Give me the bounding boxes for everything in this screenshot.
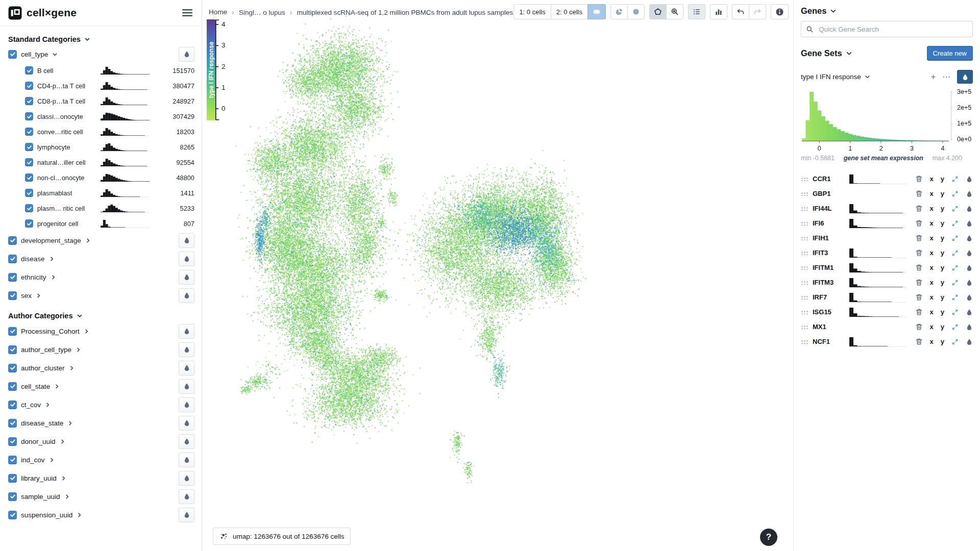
value-checkbox[interactable] xyxy=(25,204,33,212)
cell-type-value-row[interactable]: plasmablast 1411 xyxy=(8,185,194,201)
plot-on-x-button[interactable]: x xyxy=(930,249,934,256)
category-checkbox[interactable] xyxy=(8,327,17,336)
cell-type-value-row[interactable]: non-cl…onocyte 48800 xyxy=(8,170,194,185)
drag-handle-icon[interactable] xyxy=(801,266,808,270)
category-row[interactable]: suspension_uuid xyxy=(8,506,194,524)
category-checkbox[interactable] xyxy=(8,255,17,263)
color-by-gene-button[interactable] xyxy=(966,264,973,271)
category-row[interactable]: disease xyxy=(8,249,194,268)
color-by-category-button[interactable] xyxy=(179,361,194,375)
color-by-gene-button[interactable] xyxy=(966,309,973,316)
plot-on-y-button[interactable]: y xyxy=(941,235,944,241)
subset-to-selection-button[interactable] xyxy=(610,4,628,19)
help-button[interactable]: ? xyxy=(760,529,777,546)
delete-gene-button[interactable] xyxy=(915,205,923,212)
gene-row[interactable]: GBP1 x y xyxy=(801,186,973,201)
color-by-category-button[interactable] xyxy=(179,379,194,394)
color-by-category-button[interactable] xyxy=(179,508,194,522)
value-checkbox[interactable] xyxy=(25,173,33,182)
category-checkbox[interactable] xyxy=(8,382,17,391)
genes-header[interactable]: Genes xyxy=(801,6,973,16)
value-checkbox[interactable] xyxy=(25,82,33,90)
gene-name[interactable]: IFITM3 xyxy=(813,279,845,286)
category-checkbox[interactable] xyxy=(8,492,17,501)
plot-on-x-button[interactable]: x xyxy=(930,338,934,345)
color-by-category-button[interactable] xyxy=(179,288,194,303)
value-checkbox[interactable] xyxy=(25,97,33,105)
value-checkbox[interactable] xyxy=(25,158,33,166)
category-cell-type[interactable]: cell_type xyxy=(8,45,194,63)
category-checkbox[interactable] xyxy=(8,511,17,519)
gene-row[interactable]: IFITM1 x y xyxy=(801,260,973,275)
plot-on-y-button[interactable]: y xyxy=(941,176,944,182)
category-checkbox[interactable] xyxy=(8,236,17,245)
gene-name[interactable]: IFITM1 xyxy=(813,264,845,271)
delete-gene-button[interactable] xyxy=(915,234,923,242)
plot-on-x-button[interactable]: x xyxy=(930,294,934,300)
category-checkbox[interactable] xyxy=(8,474,17,483)
gene-name[interactable]: CCR1 xyxy=(813,175,845,183)
lasso-selection-button[interactable] xyxy=(649,4,667,19)
reset-subset-button[interactable] xyxy=(627,4,645,19)
gene-row[interactable]: IFIH1 x y xyxy=(801,231,973,245)
category-row[interactable]: Processing_Cohort xyxy=(8,322,194,340)
drag-handle-icon[interactable] xyxy=(801,340,808,344)
drag-handle-icon[interactable] xyxy=(801,295,808,299)
cell-type-value-row[interactable]: B cell 151570 xyxy=(8,63,194,78)
category-row[interactable]: disease_state xyxy=(8,414,194,432)
gene-set-histogram[interactable]: 3e+5 2e+5 1e+5 0e+0 01234 min -0.5681 ge… xyxy=(801,88,973,165)
gene-name[interactable]: IFI44L xyxy=(813,205,845,212)
category-row[interactable]: author_cluster xyxy=(8,359,194,377)
category-row[interactable]: cell_state xyxy=(8,377,194,395)
gene-name[interactable]: ISG15 xyxy=(813,308,845,316)
drag-handle-icon[interactable] xyxy=(801,236,808,240)
umap-scatterplot[interactable] xyxy=(203,0,793,551)
category-checkbox[interactable] xyxy=(8,345,17,354)
category-checkbox[interactable] xyxy=(8,419,17,428)
plot-on-x-button[interactable]: x xyxy=(930,323,934,330)
color-by-gene-button[interactable] xyxy=(966,294,973,301)
gene-name[interactable]: IFIH1 xyxy=(813,234,845,242)
differential-expression-button[interactable] xyxy=(710,4,727,19)
cell-type-value-row[interactable]: progenitor cell 807 xyxy=(8,216,194,231)
plot-on-y-button[interactable]: y xyxy=(941,309,944,315)
category-checkbox[interactable] xyxy=(8,273,17,282)
expand-gene-button[interactable] xyxy=(951,190,959,197)
cell-type-value-row[interactable]: classi…onocyte 307429 xyxy=(8,109,194,124)
gene-name[interactable]: GBP1 xyxy=(813,190,845,197)
expand-gene-button[interactable] xyxy=(951,323,959,331)
gene-row[interactable]: CCR1 x y xyxy=(801,171,973,186)
category-row[interactable]: ind_cov xyxy=(8,450,194,469)
gene-row[interactable]: IFITM3 x y xyxy=(801,275,973,290)
drag-handle-icon[interactable] xyxy=(801,177,808,181)
color-by-gene-button[interactable] xyxy=(966,235,973,242)
color-by-category-button[interactable] xyxy=(179,453,194,467)
category-checkbox[interactable] xyxy=(8,456,17,464)
delete-gene-button[interactable] xyxy=(915,323,923,331)
color-by-gene-button[interactable] xyxy=(966,338,973,345)
category-row[interactable]: ethnicity xyxy=(8,268,194,286)
category-row[interactable]: sex xyxy=(8,286,194,305)
gene-sets-header[interactable]: Gene Sets Create new xyxy=(801,46,973,61)
expand-gene-button[interactable] xyxy=(951,338,959,345)
plot-on-x-button[interactable]: x xyxy=(930,220,934,227)
plot-on-x-button[interactable]: x xyxy=(930,235,934,241)
expand-gene-button[interactable] xyxy=(951,309,959,316)
redo-button[interactable] xyxy=(749,4,766,19)
gene-name[interactable]: MX1 xyxy=(813,323,845,331)
color-by-category-button[interactable] xyxy=(179,252,194,266)
dataset-info-button[interactable] xyxy=(771,4,789,19)
menu-button[interactable] xyxy=(181,8,193,18)
gene-row[interactable]: ISG15 x y xyxy=(801,305,973,319)
drag-handle-icon[interactable] xyxy=(801,251,808,255)
gene-name[interactable]: IFI6 xyxy=(813,219,845,227)
gene-set-menu-button[interactable]: ⋯ xyxy=(942,73,950,81)
gene-name[interactable]: NCF1 xyxy=(813,338,845,345)
delete-gene-button[interactable] xyxy=(915,219,923,227)
color-by-category-button[interactable] xyxy=(179,342,194,357)
category-checkbox[interactable] xyxy=(8,291,17,300)
delete-gene-button[interactable] xyxy=(915,338,923,345)
color-by-category-button[interactable] xyxy=(179,324,194,339)
gene-row[interactable]: NCF1 x y xyxy=(801,334,973,349)
plot-on-x-button[interactable]: x xyxy=(930,309,934,315)
